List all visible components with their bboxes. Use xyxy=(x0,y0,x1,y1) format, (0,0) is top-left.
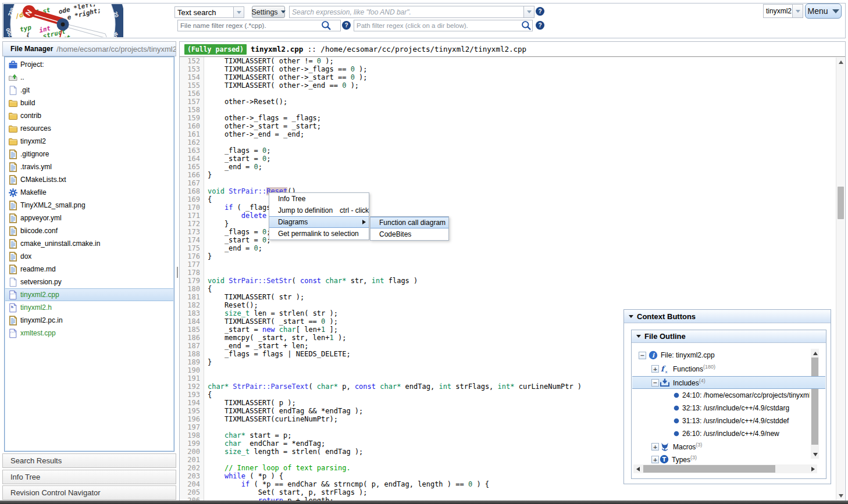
menu-item-info-tree[interactable]: Info Tree xyxy=(269,193,369,205)
search-input[interactable] xyxy=(289,6,524,18)
line-number[interactable]: 157 xyxy=(180,98,204,106)
line-number[interactable]: 190 xyxy=(180,366,204,374)
outline-node-32-13-usr-include-c-4-9-cstdar[interactable]: 32:13: /usr/include/c++/4.9/cstdarg xyxy=(632,402,810,414)
scroll-up-icon[interactable] xyxy=(836,58,845,66)
line-number[interactable]: 156 xyxy=(180,90,204,98)
file-tree-item-appveyor-yml[interactable]: appveyor.yml xyxy=(5,212,173,224)
file-tree-item-makefile[interactable]: Makefile xyxy=(5,186,173,199)
outline-vscrollbar-thumb[interactable] xyxy=(811,358,818,445)
line-number[interactable]: 201 xyxy=(180,456,204,464)
line-number[interactable]: 203 xyxy=(180,472,204,480)
line-number[interactable]: 169 xyxy=(180,195,204,203)
file-tree-item-biicode-conf[interactable]: biicode.conf xyxy=(5,224,173,237)
file-tree-item-setversion-py[interactable]: setversion.py xyxy=(5,276,173,288)
outline-node-functions[interactable]: +fxFunctions(180) xyxy=(632,362,810,375)
line-number[interactable]: 202 xyxy=(180,464,204,472)
collapse-icon[interactable]: − xyxy=(639,352,646,359)
line-number[interactable]: 172 xyxy=(180,220,204,228)
code-scrollbar-thumb[interactable] xyxy=(838,187,844,219)
code-vertical-scrollbar[interactable] xyxy=(836,58,845,500)
line-number[interactable]: 178 xyxy=(180,269,204,277)
outline-node-types[interactable]: +TTypes(3) xyxy=(632,453,810,466)
menu-item-jump-to-definition[interactable]: Jump to definitionctrl - click xyxy=(269,205,369,216)
line-number[interactable]: 153 xyxy=(180,65,204,73)
line-number[interactable]: 175 xyxy=(180,244,204,252)
outline-horizontal-scrollbar[interactable] xyxy=(633,464,817,473)
outline-node-file-tinyxml2-cpp[interactable]: −iFile: tinyxml2.cpp xyxy=(632,349,810,362)
line-number[interactable]: 200 xyxy=(180,448,204,456)
line-number[interactable]: 174 xyxy=(180,236,204,244)
scroll-left-icon[interactable] xyxy=(633,464,642,473)
settings-button[interactable]: Settings xyxy=(252,6,285,18)
file-manager-accordion-title[interactable]: File Manager /home/ecsomar/cc/projects/t… xyxy=(2,41,176,56)
line-number[interactable]: 195 xyxy=(180,407,204,415)
line-number[interactable]: 189 xyxy=(180,358,204,366)
file-tree-item-resources[interactable]: resources xyxy=(5,122,173,135)
file-tree-item-gitignore[interactable]: .gitignore xyxy=(5,148,173,160)
line-number[interactable]: 185 xyxy=(180,326,204,334)
line-number[interactable]: 171 xyxy=(180,212,204,220)
line-number[interactable]: 158 xyxy=(180,106,204,114)
line-number[interactable]: 199 xyxy=(180,439,204,448)
line-number[interactable]: 159 xyxy=(180,114,204,122)
line-number[interactable]: 194 xyxy=(180,399,204,407)
accordion-info-tree[interactable]: Info Tree xyxy=(2,470,176,484)
expand-icon[interactable]: + xyxy=(651,443,659,451)
file-tree-item-tinyxml2-small-png[interactable]: TinyXML2_small.png xyxy=(5,199,173,212)
line-number[interactable]: 186 xyxy=(180,334,204,342)
line-number[interactable]: 187 xyxy=(180,342,204,350)
line-number[interactable]: 183 xyxy=(180,309,204,317)
menu-item-get-permalink-to-selection[interactable]: Get permalink to selection xyxy=(269,228,369,240)
expand-icon[interactable]: + xyxy=(651,365,659,373)
line-number[interactable]: 191 xyxy=(180,374,204,383)
search-history-arrow-button[interactable] xyxy=(523,6,535,18)
line-number[interactable]: 184 xyxy=(180,317,204,326)
line-number[interactable]: 181 xyxy=(180,293,204,301)
search-type-dropdown[interactable]: Text search xyxy=(174,6,244,18)
line-number[interactable]: 177 xyxy=(180,260,204,269)
file-name-filter-input[interactable] xyxy=(177,20,341,31)
accordion-search-results[interactable]: Search Results xyxy=(2,453,176,468)
outline-hscrollbar-thumb[interactable] xyxy=(643,465,775,473)
file-tree-item-readme-md[interactable]: readme.md xyxy=(5,263,173,276)
line-number[interactable]: 161 xyxy=(180,130,204,138)
splitter-handle[interactable] xyxy=(177,267,178,278)
line-number[interactable]: 180 xyxy=(180,285,204,293)
search-type-arrow-button[interactable] xyxy=(233,7,244,17)
line-number[interactable]: 197 xyxy=(180,423,204,431)
search-icon[interactable] xyxy=(521,20,532,31)
line-number[interactable]: 168 xyxy=(180,187,204,195)
submenu-item-codebites[interactable]: CodeBites xyxy=(370,228,448,240)
file-tree-item-project[interactable]: Project: xyxy=(5,58,173,71)
line-number[interactable]: 162 xyxy=(180,138,204,146)
line-number[interactable]: 204 xyxy=(180,480,204,488)
file-tree-item-cmakelists-txt[interactable]: CMakeLists.txt xyxy=(5,173,173,186)
line-number[interactable]: 198 xyxy=(180,431,204,439)
line-number[interactable]: 170 xyxy=(180,203,204,212)
file-tree-item-contrib[interactable]: contrib xyxy=(5,109,173,122)
file-tree-item-git[interactable]: .git xyxy=(5,84,173,96)
line-number[interactable]: 182 xyxy=(180,301,204,309)
scroll-up-icon[interactable] xyxy=(811,349,820,358)
file-outline-title[interactable]: File Outline xyxy=(632,330,826,343)
scroll-right-icon[interactable] xyxy=(808,464,817,473)
file-tree-item-build[interactable]: build xyxy=(5,96,173,109)
expand-icon[interactable]: + xyxy=(651,456,659,463)
line-number[interactable]: 152 xyxy=(180,57,204,65)
outline-node-31-13-usr-include-c-4-9-cstdde[interactable]: 31:13: /usr/include/c++/4.9/cstddef xyxy=(632,414,810,427)
line-number[interactable]: 166 xyxy=(180,171,204,179)
line-number[interactable]: 154 xyxy=(180,73,204,81)
context-buttons-title[interactable]: Context Buttons xyxy=(624,310,831,323)
collapse-icon[interactable]: − xyxy=(651,379,659,387)
outline-node-26-10-usr-include-c-4-9-new[interactable]: 26:10: /usr/include/c++/4.9/new xyxy=(632,427,810,440)
workspace-select[interactable]: tinyxml2 xyxy=(763,4,803,18)
line-number[interactable]: 196 xyxy=(180,415,204,423)
scroll-down-icon[interactable] xyxy=(811,450,820,459)
line-number[interactable]: 192 xyxy=(180,383,204,391)
path-filter-input[interactable] xyxy=(354,20,533,31)
menu-button[interactable]: Menu xyxy=(805,3,842,19)
outline-node-includes[interactable]: −Includes(4) xyxy=(632,376,825,389)
workspace-arrow-button[interactable] xyxy=(792,5,803,17)
file-tree-item-tinyxml2[interactable]: tinyxml2 xyxy=(5,135,173,148)
line-number[interactable]: 205 xyxy=(180,488,204,496)
